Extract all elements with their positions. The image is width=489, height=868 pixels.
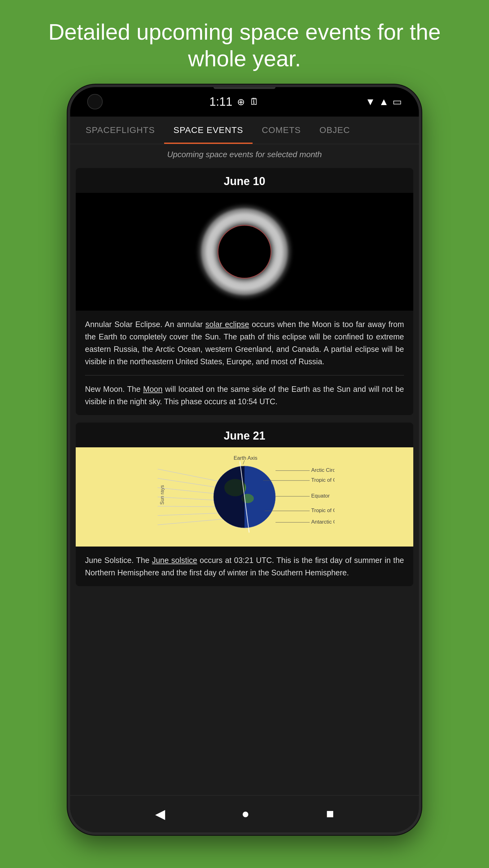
phone-device: 1:11 ⊕ 🗓 ▼ ▲ ▭ SPACEFLIGHTS SPACE EVENTS… <box>68 85 421 835</box>
eclipse-visual <box>201 208 288 295</box>
tab-comets[interactable]: COMETS <box>253 117 310 144</box>
new-moon-description: New Moon. The Moon will located on the s… <box>76 375 413 415</box>
signal-icon: ▲ <box>379 96 389 107</box>
tab-spaceflights[interactable]: SPACEFLIGHTS <box>76 117 164 144</box>
event-date-june21: June 21 <box>76 423 413 447</box>
phone-content: SPACEFLIGHTS SPACE EVENTS COMETS OBJEC U… <box>70 117 419 832</box>
back-button[interactable]: ◀ <box>155 806 165 822</box>
bottom-nav-bar: ◀ ● ■ <box>70 795 419 832</box>
camera <box>87 94 103 110</box>
svg-text:Tropic of Cancer: Tropic of Cancer <box>311 477 335 483</box>
event-card-june21: June 21 <box>76 423 413 586</box>
header-section: Detailed upcoming space events for the w… <box>0 0 489 85</box>
tab-objects[interactable]: OBJEC <box>310 117 359 144</box>
svg-text:Antarctic Circle: Antarctic Circle <box>311 519 335 525</box>
notch <box>213 87 276 89</box>
status-right: ▼ ▲ ▭ <box>366 96 402 107</box>
battery-icon: ▭ <box>393 96 402 107</box>
moon-link[interactable]: Moon <box>143 385 163 393</box>
event-card-june10: June 10 Annular Solar Eclipse. An annula… <box>76 168 413 415</box>
notification-icon: ⊕ <box>237 96 245 107</box>
eclipse-image <box>76 193 413 311</box>
svg-text:Sun rays: Sun rays <box>160 485 165 505</box>
wallet-icon: 🗓 <box>250 96 259 107</box>
page-subtitle: Upcoming space events for selected month <box>70 144 419 165</box>
solstice-image: Sun rays <box>76 447 413 547</box>
eclipse-moon <box>219 226 270 278</box>
event-date-june10: June 10 <box>76 168 413 193</box>
svg-text:Earth Axis: Earth Axis <box>234 455 258 461</box>
volume-button <box>419 304 421 332</box>
home-button[interactable]: ● <box>242 806 250 821</box>
status-bar: 1:11 ⊕ 🗓 ▼ ▲ ▭ <box>70 87 419 117</box>
page-title: Detailed upcoming space events for the w… <box>0 0 489 85</box>
solar-eclipse-link[interactable]: solar eclipse <box>205 320 249 329</box>
status-center: 1:11 ⊕ 🗓 <box>209 95 259 108</box>
tab-space-events[interactable]: SPACE EVENTS <box>164 117 253 144</box>
eclipse-description: Annular Solar Eclipse. An annular solar … <box>76 311 413 375</box>
tabs-bar: SPACEFLIGHTS SPACE EVENTS COMETS OBJEC <box>70 117 419 144</box>
svg-text:Tropic of Capricorn: Tropic of Capricorn <box>311 507 335 514</box>
scroll-content[interactable]: June 10 Annular Solar Eclipse. An annula… <box>70 165 419 795</box>
wifi-icon: ▼ <box>366 96 375 107</box>
svg-text:Equator: Equator <box>311 493 330 499</box>
svg-text:Arctic Circle: Arctic Circle <box>311 467 335 473</box>
recent-button[interactable]: ■ <box>326 806 334 821</box>
solstice-diagram: Sun rays <box>154 454 335 540</box>
status-time: 1:11 <box>209 95 232 108</box>
solstice-description: June Solstice. The June solstice occurs … <box>76 547 413 586</box>
june-solstice-link[interactable]: June solstice <box>152 556 197 564</box>
